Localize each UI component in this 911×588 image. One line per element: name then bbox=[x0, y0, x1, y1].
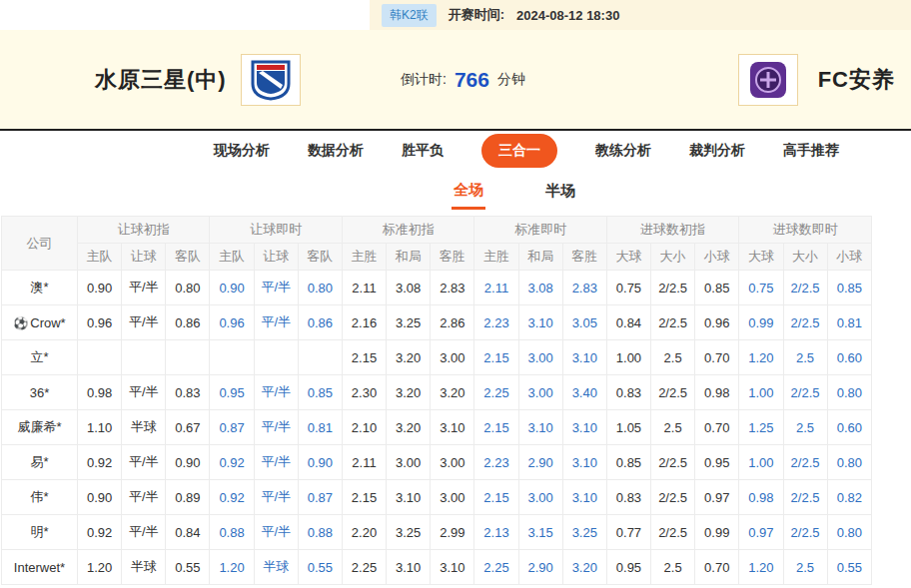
odds-cell bbox=[298, 340, 342, 375]
odds-cell: 0.90 bbox=[78, 271, 122, 305]
soccer-ball-icon: ⚽ bbox=[13, 316, 28, 330]
column-header: 主队 bbox=[78, 244, 122, 271]
odds-cell: 0.98 bbox=[739, 480, 783, 515]
odds-cell: 1.25 bbox=[739, 410, 783, 445]
odds-cell: 3.00 bbox=[431, 445, 474, 480]
table-row: Interwet*1.20半球0.551.20半球0.552.253.103.1… bbox=[2, 550, 872, 585]
tab-coach-analysis[interactable]: 教练分析 bbox=[595, 142, 651, 160]
odds-cell: 0.89 bbox=[166, 480, 210, 515]
odds-cell: 平/半 bbox=[122, 375, 166, 410]
odds-cell: 3.10 bbox=[431, 550, 474, 585]
tab-live-analysis[interactable]: 现场分析 bbox=[214, 142, 270, 160]
odds-cell: 0.92 bbox=[78, 445, 122, 480]
company-cell[interactable]: 澳* bbox=[2, 271, 78, 305]
odds-cell: 平/半 bbox=[122, 305, 166, 340]
table-row: 伟*0.90平/半0.890.92平/半0.872.153.103.002.15… bbox=[2, 480, 872, 515]
odds-cell: 3.20 bbox=[562, 550, 606, 585]
odds-cell: 0.84 bbox=[166, 515, 210, 550]
company-cell[interactable]: 36* bbox=[2, 375, 78, 410]
odds-cell: 2/2.5 bbox=[651, 271, 695, 305]
odds-cell bbox=[166, 340, 210, 375]
company-cell[interactable]: 立* bbox=[2, 340, 78, 375]
home-team-name: 水原三星(中) bbox=[95, 65, 227, 95]
odds-cell: 2.11 bbox=[342, 445, 386, 480]
odds-cell: 0.70 bbox=[695, 340, 739, 375]
odds-cell: 3.10 bbox=[562, 340, 606, 375]
tab-data-analysis[interactable]: 数据分析 bbox=[308, 142, 364, 160]
table-row: 威廉希*1.10半球0.670.87平/半0.812.103.203.102.1… bbox=[2, 410, 872, 445]
odds-cell: 3.15 bbox=[518, 515, 562, 550]
table-row: 立*2.153.203.002.153.003.101.002.50.701.2… bbox=[2, 340, 872, 375]
kickoff-label: 开赛时间: bbox=[449, 6, 504, 24]
away-shield-icon bbox=[747, 59, 789, 101]
nav-tabs: 现场分析数据分析胜平负三合一教练分析裁判分析高手推荐 bbox=[0, 129, 911, 170]
column-header: 小球 bbox=[695, 244, 739, 271]
odds-cell: 1.20 bbox=[739, 550, 783, 585]
odds-cell: 2/2.5 bbox=[783, 515, 827, 550]
odds-cell: 0.96 bbox=[78, 305, 122, 340]
odds-cell bbox=[122, 340, 166, 375]
subtabs: 全场半场 bbox=[0, 170, 911, 216]
away-team-logo bbox=[738, 54, 798, 106]
company-cell[interactable]: 易* bbox=[2, 445, 78, 480]
company-cell[interactable]: ⚽Crow* bbox=[2, 305, 78, 340]
odds-cell: 0.95 bbox=[695, 445, 739, 480]
odds-cell: 0.95 bbox=[210, 375, 254, 410]
odds-cell: 2.90 bbox=[518, 445, 562, 480]
odds-cell: 2/2.5 bbox=[783, 271, 827, 305]
odds-cell: 0.90 bbox=[166, 445, 210, 480]
odds-cell: 0.85 bbox=[298, 375, 342, 410]
odds-cell: 0.80 bbox=[827, 375, 871, 410]
group-header-handicap-initial: 让球初指 bbox=[78, 217, 210, 244]
odds-cell: 0.99 bbox=[739, 305, 783, 340]
odds-cell: 1.00 bbox=[739, 375, 783, 410]
odds-cell bbox=[78, 340, 122, 375]
odds-cell: 0.86 bbox=[298, 305, 342, 340]
tab-referee-analysis[interactable]: 裁判分析 bbox=[689, 142, 745, 160]
table-row: 澳*0.90平/半0.800.90平/半0.802.113.082.832.11… bbox=[2, 271, 872, 305]
odds-cell: 0.95 bbox=[606, 550, 650, 585]
odds-cell: 0.92 bbox=[78, 515, 122, 550]
tab-expert-picks[interactable]: 高手推荐 bbox=[783, 142, 839, 160]
odds-cell: 2/2.5 bbox=[651, 515, 695, 550]
subtab-full-match[interactable]: 全场 bbox=[452, 177, 485, 210]
league-badge[interactable]: 韩K2联 bbox=[382, 4, 437, 27]
company-cell[interactable]: 明* bbox=[2, 515, 78, 550]
company-cell[interactable]: 伟* bbox=[2, 480, 78, 515]
odds-table-body: 澳*0.90平/半0.800.90平/半0.802.113.082.832.11… bbox=[2, 271, 872, 585]
odds-cell: 半球 bbox=[122, 410, 166, 445]
match-header: 韩K2联 开赛时间: 2024-08-12 18:30 水原三星(中) 倒计时:… bbox=[0, 0, 911, 129]
odds-cell: 2.83 bbox=[431, 271, 474, 305]
home-shield-icon bbox=[249, 58, 293, 102]
odds-section: 公司让球初指让球即时标准初指标准即时进球数初指进球数即时主队让球客队主队让球客队… bbox=[0, 216, 911, 585]
odds-cell: 2.25 bbox=[474, 550, 518, 585]
odds-cell: 0.97 bbox=[739, 515, 783, 550]
odds-cell: 3.10 bbox=[431, 410, 474, 445]
odds-cell: 3.25 bbox=[387, 515, 431, 550]
odds-cell: 2.25 bbox=[474, 375, 518, 410]
column-header: 客队 bbox=[166, 244, 210, 271]
odds-cell: 2.15 bbox=[474, 480, 518, 515]
top-strip-spacer bbox=[0, 0, 370, 30]
odds-cell: 0.98 bbox=[78, 375, 122, 410]
company-cell[interactable]: 威廉希* bbox=[2, 410, 78, 445]
odds-cell: 1.20 bbox=[739, 340, 783, 375]
odds-cell: 半球 bbox=[254, 550, 298, 585]
odds-cell: 0.67 bbox=[166, 410, 210, 445]
odds-cell: 0.88 bbox=[298, 515, 342, 550]
odds-cell: 1.20 bbox=[210, 550, 254, 585]
odds-cell: 3.10 bbox=[562, 445, 606, 480]
countdown-unit: 分钟 bbox=[497, 71, 525, 89]
odds-cell: 平/半 bbox=[254, 445, 298, 480]
tab-three-in-one[interactable]: 三合一 bbox=[481, 134, 557, 168]
odds-cell: 2.20 bbox=[342, 515, 386, 550]
tab-win-draw-loss[interactable]: 胜平负 bbox=[402, 142, 444, 160]
odds-cell: 3.10 bbox=[387, 550, 431, 585]
company-cell[interactable]: Interwet* bbox=[2, 550, 78, 585]
kickoff-bar: 韩K2联 开赛时间: 2024-08-12 18:30 bbox=[370, 0, 911, 30]
odds-cell: 平/半 bbox=[122, 515, 166, 550]
odds-cell: 2.5 bbox=[651, 410, 695, 445]
odds-cell: 3.00 bbox=[387, 445, 431, 480]
subtab-half-match[interactable]: 半场 bbox=[543, 178, 577, 208]
odds-cell: 0.85 bbox=[827, 271, 871, 305]
